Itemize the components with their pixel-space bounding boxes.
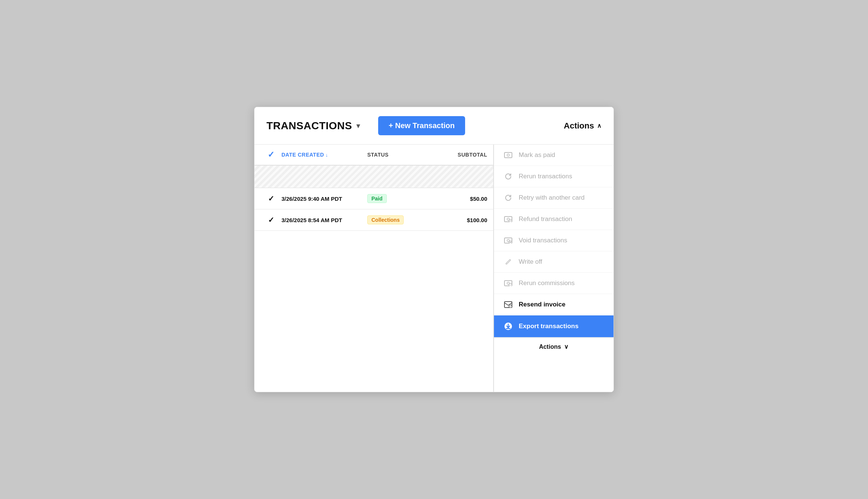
table-area: ✓ DATE CREATED ↓ STATUS SUBTOTAL ✓	[254, 145, 614, 392]
empty-table-area	[254, 231, 493, 336]
resend-invoice-icon	[503, 301, 513, 308]
svg-point-12	[507, 282, 509, 284]
rerun-commissions-icon	[503, 280, 513, 286]
col-subtotal: SUBTOTAL	[427, 152, 487, 158]
col-status: STATUS	[367, 152, 427, 158]
row-subtotal-1: $50.00	[427, 196, 487, 202]
row-status-1: Paid	[367, 194, 427, 203]
action-export-transactions[interactable]: Export transactions	[494, 315, 614, 338]
action-mark-paid-label: Mark as paid	[519, 151, 555, 159]
actions-dropdown: Mark as paid Rerun transactions Retry wi…	[494, 145, 614, 392]
action-refund[interactable]: Refund transaction	[494, 209, 614, 230]
void-icon	[503, 238, 513, 244]
refund-icon	[503, 216, 513, 222]
action-export-transactions-label: Export transactions	[519, 323, 579, 330]
retry-card-icon	[503, 194, 513, 202]
row-checkmark-icon: ✓	[268, 215, 274, 224]
table-row[interactable]: ✓ 3/26/2025 9:40 AM PDT Paid $50.00	[254, 188, 493, 209]
action-write-off-label: Write off	[519, 258, 542, 266]
action-rerun-transactions[interactable]: Rerun transactions	[494, 166, 614, 187]
svg-point-1	[507, 154, 509, 156]
row-date-2: 3/26/2025 8:54 AM PDT	[281, 217, 367, 223]
svg-point-3	[507, 218, 509, 220]
new-transaction-label: + New Transaction	[389, 121, 455, 130]
action-retry-card[interactable]: Retry with another card	[494, 187, 614, 209]
status-badge-collections: Collections	[367, 215, 404, 224]
row-checkbox-2[interactable]: ✓	[260, 215, 281, 224]
actions-label: Actions	[564, 121, 594, 131]
action-retry-card-label: Retry with another card	[519, 194, 585, 202]
actions-footer-chevron-icon: ∨	[564, 343, 569, 350]
status-badge-paid: Paid	[367, 194, 387, 203]
title-text: TRANSACTIONS	[266, 120, 352, 132]
rerun-transactions-icon	[503, 173, 513, 180]
action-resend-invoice[interactable]: Resend invoice	[494, 294, 614, 315]
action-mark-paid[interactable]: Mark as paid	[494, 145, 614, 166]
action-resend-invoice-label: Resend invoice	[519, 301, 566, 308]
actions-footer[interactable]: Actions ∨	[494, 338, 614, 356]
col-date-label: DATE CREATED	[281, 152, 324, 158]
action-rerun-commissions[interactable]: Rerun commissions	[494, 273, 614, 294]
row-checkmark-icon: ✓	[268, 194, 274, 203]
action-rerun-transactions-label: Rerun transactions	[519, 173, 572, 180]
col-date-created[interactable]: DATE CREATED ↓	[281, 152, 367, 158]
export-transactions-icon	[503, 322, 513, 330]
action-refund-label: Refund transaction	[519, 215, 572, 223]
svg-point-13	[509, 284, 512, 286]
header-checkmark-icon: ✓	[268, 150, 274, 160]
sort-arrow-icon: ↓	[326, 152, 328, 158]
actions-footer-label: Actions	[539, 344, 561, 350]
mark-paid-icon	[503, 152, 513, 158]
action-void[interactable]: Void transactions	[494, 230, 614, 251]
main-container: TRANSACTIONS ▾ + New Transaction Actions…	[254, 107, 614, 392]
header: TRANSACTIONS ▾ + New Transaction Actions…	[254, 107, 614, 145]
table-row[interactable]: ✓ 3/26/2025 8:54 AM PDT Collections $100…	[254, 209, 493, 231]
header-checkbox[interactable]: ✓	[260, 150, 281, 160]
row-subtotal-2: $100.00	[427, 217, 487, 223]
actions-chevron-icon: ∧	[597, 122, 602, 129]
transactions-table: ✓ DATE CREATED ↓ STATUS SUBTOTAL ✓	[254, 145, 494, 392]
col-subtotal-label: SUBTOTAL	[458, 152, 487, 158]
col-status-label: STATUS	[367, 152, 389, 158]
write-off-icon	[503, 258, 513, 266]
action-write-off[interactable]: Write off	[494, 251, 614, 273]
svg-rect-0	[504, 152, 512, 158]
striped-placeholder-row	[254, 166, 493, 188]
table-header: ✓ DATE CREATED ↓ STATUS SUBTOTAL	[254, 145, 493, 166]
row-status-2: Collections	[367, 215, 427, 224]
new-transaction-button[interactable]: + New Transaction	[378, 116, 465, 135]
actions-button[interactable]: Actions ∧	[564, 121, 602, 131]
title-chevron-icon[interactable]: ▾	[356, 122, 360, 130]
action-rerun-commissions-label: Rerun commissions	[519, 279, 575, 287]
row-checkbox-1[interactable]: ✓	[260, 194, 281, 203]
svg-point-7	[507, 239, 509, 242]
page-title: TRANSACTIONS ▾	[266, 120, 360, 132]
row-date-1: 3/26/2025 9:40 AM PDT	[281, 196, 367, 202]
action-void-label: Void transactions	[519, 237, 567, 244]
